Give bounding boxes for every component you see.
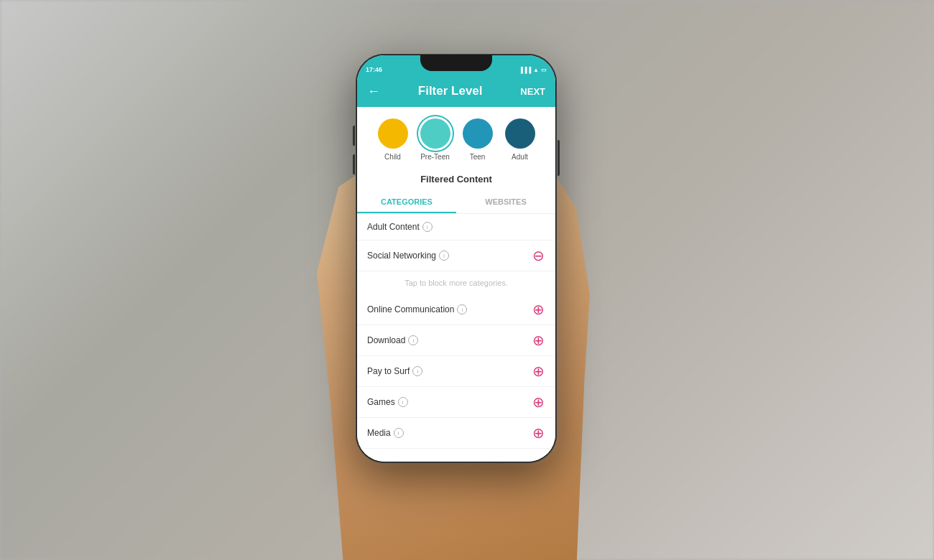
- label-preteen: Pre-Teen: [420, 153, 450, 161]
- circle-child[interactable]: [378, 118, 408, 149]
- level-teen[interactable]: Teen: [463, 118, 493, 161]
- media-left: Media i: [367, 428, 404, 438]
- category-media: Media i ⊕: [357, 418, 555, 449]
- tab-websites[interactable]: WEBSITES: [456, 192, 555, 213]
- online-comm-add-button[interactable]: ⊕: [531, 302, 545, 317]
- header-title: Filter Level: [418, 84, 483, 98]
- notch: [420, 55, 492, 71]
- level-adult[interactable]: Adult: [505, 118, 535, 161]
- games-left: Games i: [367, 397, 408, 407]
- media-label: Media: [367, 428, 391, 438]
- adult-content-label: Adult Content: [367, 222, 420, 232]
- social-networking-info-icon[interactable]: i: [439, 251, 449, 261]
- label-teen: Teen: [470, 153, 486, 161]
- side-button-right: [558, 140, 560, 176]
- status-time: 17:46: [366, 66, 382, 73]
- side-button-left-bottom: [353, 154, 355, 174]
- category-download: Download i ⊕: [357, 325, 555, 356]
- pay-to-surf-left: Pay to Surf i: [367, 366, 422, 376]
- scene: 17:46 ▐▐▐ ▲ ▭ ← Filter Level NEXT: [216, 0, 718, 560]
- games-label: Games: [367, 397, 395, 407]
- filtered-content-title: Filtered Content: [357, 168, 555, 185]
- online-comm-left: Online Communication i: [367, 304, 467, 314]
- social-networking-label: Social Networking: [367, 251, 436, 261]
- category-pay-to-surf: Pay to Surf i ⊕: [357, 356, 555, 387]
- next-button[interactable]: NEXT: [520, 86, 545, 97]
- category-online-communication: Online Communication i ⊕: [357, 294, 555, 325]
- app-content: Child Pre-Teen Teen: [357, 107, 555, 462]
- category-social-networking: Social Networking i ⊖: [357, 241, 555, 271]
- tap-hint-text: Tap to block more categories.: [357, 271, 555, 294]
- category-games: Games i ⊕: [357, 387, 555, 418]
- level-child[interactable]: Child: [378, 118, 408, 161]
- circle-teen[interactable]: [463, 118, 493, 149]
- online-comm-label: Online Communication: [367, 304, 454, 314]
- games-info-icon[interactable]: i: [398, 397, 408, 407]
- back-button[interactable]: ←: [367, 84, 380, 99]
- category-list: Adult Content i Social Networking i: [357, 214, 555, 449]
- online-comm-info-icon[interactable]: i: [457, 304, 467, 314]
- tab-categories[interactable]: CATEGORIES: [357, 192, 456, 213]
- media-info-icon[interactable]: i: [394, 428, 404, 438]
- circle-adult[interactable]: [505, 118, 535, 149]
- pay-to-surf-add-button[interactable]: ⊕: [531, 364, 545, 378]
- phone-frame: 17:46 ▐▐▐ ▲ ▭ ← Filter Level NEXT: [356, 54, 557, 463]
- circle-preteen[interactable]: [420, 118, 450, 149]
- download-info-icon[interactable]: i: [408, 335, 418, 345]
- level-preteen[interactable]: Pre-Teen: [420, 118, 450, 161]
- phone-screen: 17:46 ▐▐▐ ▲ ▭ ← Filter Level NEXT: [357, 55, 555, 462]
- tabs: CATEGORIES WEBSITES: [357, 192, 555, 214]
- side-button-left-top: [353, 126, 355, 146]
- label-adult: Adult: [512, 153, 528, 161]
- media-add-button[interactable]: ⊕: [531, 426, 545, 440]
- adult-content-info-icon[interactable]: i: [422, 222, 433, 232]
- adult-content-left: Adult Content i: [367, 222, 433, 232]
- download-label: Download: [367, 335, 405, 345]
- social-networking-remove-button[interactable]: ⊖: [531, 248, 545, 263]
- main-container: 17:46 ▐▐▐ ▲ ▭ ← Filter Level NEXT: [357, 55, 555, 462]
- social-networking-left: Social Networking i: [367, 251, 449, 261]
- pay-to-surf-info-icon[interactable]: i: [412, 366, 422, 376]
- download-left: Download i: [367, 335, 418, 345]
- category-adult-content: Adult Content i: [357, 214, 555, 241]
- games-add-button[interactable]: ⊕: [531, 395, 545, 409]
- app-header: ← Filter Level NEXT: [357, 75, 555, 107]
- signal-icon: ▐▐▐: [519, 67, 531, 73]
- label-child: Child: [384, 153, 401, 161]
- download-add-button[interactable]: ⊕: [531, 333, 545, 347]
- battery-icon: ▭: [541, 67, 547, 73]
- pay-to-surf-label: Pay to Surf: [367, 366, 410, 376]
- status-icons: ▐▐▐ ▲ ▭: [519, 67, 547, 73]
- wifi-icon: ▲: [533, 67, 539, 73]
- phone-wrapper: 17:46 ▐▐▐ ▲ ▭ ← Filter Level NEXT: [356, 54, 557, 463]
- filter-levels: Child Pre-Teen Teen: [357, 107, 555, 168]
